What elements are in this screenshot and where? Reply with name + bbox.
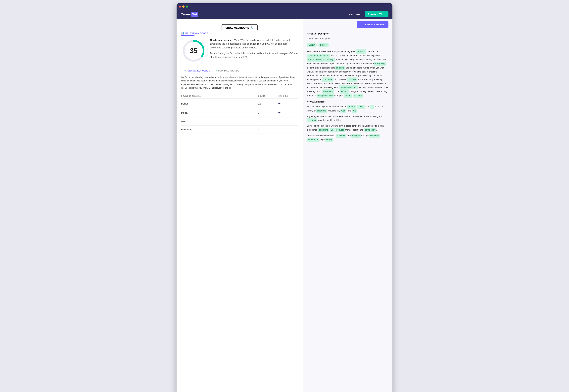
col-keyskill-header: KEY SKILL xyxy=(278,95,298,97)
hl-customers: customers xyxy=(322,89,334,94)
score-desc3: But don't worry! We've outlined the impo… xyxy=(210,51,298,59)
hl-concepts: concepts xyxy=(336,134,346,138)
hl-design-direction: design direction xyxy=(316,94,334,98)
keyword-designing: Designing xyxy=(181,128,258,131)
main-layout: SHOW ME AROUND 🔧 📊 RELEVANCY SCORE 35 xyxy=(177,19,392,392)
table-header: KEYWORD OR SKILL COUNT KEY SKILL xyxy=(181,94,298,98)
rescore-button[interactable]: Re-score CV ↗ xyxy=(365,11,389,17)
jd-title: "Product Designer xyxy=(307,31,389,36)
col-count-header: COUNT xyxy=(258,95,278,97)
hl-surprise: surprise xyxy=(335,66,345,70)
found-keywords-label: FOUND KEYWORDS xyxy=(218,70,239,72)
job-description-button[interactable]: JOB DESCRIPTION xyxy=(357,21,389,28)
kw-desc-prefix: We found the following keywords and skil… xyxy=(181,76,253,78)
jd-tags: Design Product xyxy=(307,42,389,47)
hl-products5: products xyxy=(334,128,345,132)
hl-designing2: designing xyxy=(318,128,329,132)
rescore-label: Re-score CV xyxy=(368,13,382,15)
needs-improvement-label: Needs improvement xyxy=(210,39,232,42)
keyword-design: Design xyxy=(181,102,258,105)
wrench-icon: 🔧 xyxy=(251,26,254,29)
maximize-dot[interactable] xyxy=(186,5,188,8)
table-row: Media 3 ★ xyxy=(181,108,298,117)
hl-ui2: UI xyxy=(330,128,334,132)
minimize-dot[interactable] xyxy=(182,5,184,8)
keywords-description: We found the following keywords and skil… xyxy=(181,75,298,90)
not-label: not xyxy=(282,39,285,42)
hl-media2: Media xyxy=(344,94,352,98)
hl-products1: products xyxy=(356,49,366,54)
show-me-around-button[interactable]: SHOW ME AROUND 🔧 xyxy=(222,24,258,31)
jd-bullet4: Ability to clearly communicate concepts … xyxy=(307,134,389,142)
jd-content: "Product Designer London, United Kingdom… xyxy=(303,30,392,147)
hl-sketches: sketches xyxy=(369,134,380,138)
hl-design1: Design xyxy=(326,57,335,62)
hl-designing1: designing xyxy=(374,62,386,66)
jd-location: London, United Kingdom xyxy=(307,37,389,41)
rescore-icon: ↗ xyxy=(383,13,385,15)
hl-media: Media xyxy=(307,57,314,62)
hl-web: web xyxy=(341,109,346,113)
jd-para1: At Apple great ideas have a way of becom… xyxy=(307,49,389,98)
hl-wireframes: wireframes xyxy=(307,138,319,142)
dashboard-link[interactable]: Dashboard xyxy=(349,13,361,16)
hl-products3: products xyxy=(347,77,357,82)
show-me-label: SHOW ME AROUND xyxy=(225,26,249,29)
logo-career-text: Career xyxy=(180,13,191,16)
left-panel: SHOW ME AROUND 🔧 📊 RELEVANCY SCORE 35 xyxy=(177,19,303,392)
chart-icon: 📊 xyxy=(181,32,184,34)
check-icon: ✓ xyxy=(215,70,217,72)
score-section: 35 Needs improvement . Your CV is missin… xyxy=(181,38,298,63)
hl-fidelity: fidelity xyxy=(325,138,333,142)
missing-keywords-label: MISSING KEYWORDS xyxy=(188,70,210,72)
hl-product1: Product xyxy=(340,89,349,94)
col-keyword-header: KEYWORD OR SKILL xyxy=(181,95,258,97)
search-icon: 🔍 xyxy=(184,70,187,72)
relevancy-header: 📊 RELEVANCY SCORE xyxy=(181,32,298,34)
tag-product: Product xyxy=(318,43,329,47)
logo-set-text: Set xyxy=(191,12,198,17)
hl-products2: Products xyxy=(315,57,326,62)
close-dot[interactable] xyxy=(179,5,181,8)
table-row: Web 3 xyxy=(181,117,298,126)
keywords-tabs: 🔍 MISSING KEYWORDS ✓ FOUND KEYWORDS xyxy=(181,68,298,74)
titlebar xyxy=(177,3,392,10)
relevancy-underline xyxy=(181,35,195,36)
kw-desc-not: not xyxy=(253,76,255,78)
app-window: Career Set Dashboard Re-score CV ↗ SHOW … xyxy=(177,3,392,392)
score-description: Needs improvement . Your CV is missing k… xyxy=(210,38,298,61)
hl-designs: designs xyxy=(351,134,361,138)
relevancy-title: RELEVANCY SCORE xyxy=(185,32,208,34)
jd-bullet1: 8+ years work experience with a focus on… xyxy=(307,105,389,113)
hl-customer-experiences: customer experiences xyxy=(307,54,330,58)
hl-human-interaction: human interaction xyxy=(339,85,358,90)
count-web: 3 xyxy=(258,120,278,123)
score-number: 35 xyxy=(190,47,198,55)
logo: Career Set xyxy=(180,12,198,17)
table-row: Designing 3 xyxy=(181,126,298,134)
keyword-media: Media xyxy=(181,112,258,114)
score-circle: 35 xyxy=(181,38,206,63)
count-media: 3 xyxy=(258,112,278,114)
tag-design: Design xyxy=(307,43,317,47)
hl-possess: possess xyxy=(307,118,317,122)
keyword-web: Web xyxy=(181,120,258,123)
count-design: 12 xyxy=(258,102,278,105)
hl-platforms: platforms xyxy=(316,109,327,113)
hl-products4: Products xyxy=(353,94,363,98)
navbar: Career Set Dashboard Re-score CV ↗ xyxy=(177,10,392,19)
key-qualifications-title: Key Qualifications xyxy=(307,100,389,104)
hl-completion: completion xyxy=(364,128,376,132)
right-panel: JOB DESCRIPTION "Product Designer London… xyxy=(303,19,392,392)
hl-ui1: UI xyxy=(370,105,374,109)
star-icon: ★ xyxy=(278,111,281,114)
tab-found-keywords[interactable]: ✓ FOUND KEYWORDS xyxy=(213,68,242,74)
score-desc1: . Your CV is missing keywords and skills… xyxy=(233,39,281,42)
tab-missing-keywords[interactable]: 🔍 MISSING KEYWORDS xyxy=(181,68,213,74)
keyskill-design: ★ xyxy=(278,102,298,106)
table-row: Design 12 ★ xyxy=(181,99,298,108)
hl-ios: iOS xyxy=(352,109,358,113)
nav-right: Dashboard Re-score CV ↗ xyxy=(349,11,389,17)
star-icon: ★ xyxy=(278,102,281,105)
hl-product2: product xyxy=(347,105,356,109)
